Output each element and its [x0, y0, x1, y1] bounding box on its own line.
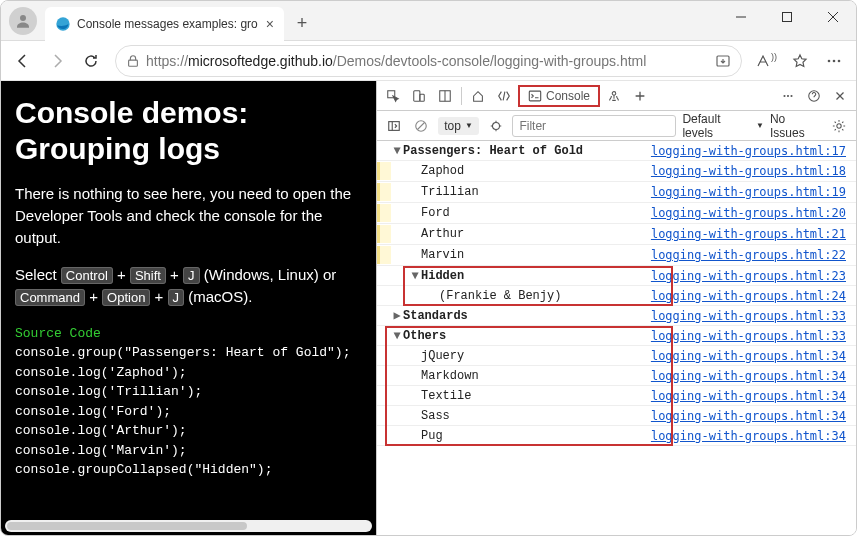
- log-levels-selector[interactable]: Default levels▼: [682, 112, 764, 140]
- console-icon: [528, 89, 542, 103]
- source-link[interactable]: logging-with-groups.html:22: [651, 248, 852, 262]
- source-code-block: Source Code console.group("Passengers: H…: [15, 324, 362, 480]
- console-log-row: Arthurlogging-with-groups.html:21: [377, 224, 856, 245]
- source-link[interactable]: logging-with-groups.html:34: [651, 369, 852, 383]
- source-link[interactable]: logging-with-groups.html:34: [651, 429, 852, 443]
- source-link[interactable]: logging-with-groups.html:33: [651, 329, 852, 343]
- new-tab-button[interactable]: +: [288, 9, 316, 37]
- elements-tab-icon[interactable]: [492, 84, 516, 108]
- filter-input[interactable]: [512, 115, 676, 137]
- source-link[interactable]: logging-with-groups.html:23: [651, 269, 852, 283]
- svg-line-29: [418, 122, 425, 129]
- console-group-header: ▼Otherslogging-with-groups.html:33: [377, 326, 856, 346]
- log-message: Passengers: Heart of Gold: [403, 144, 651, 158]
- log-message: jQuery: [421, 349, 651, 363]
- log-gutter: [377, 204, 391, 222]
- address-bar[interactable]: https://microsoftedge.github.io/Demos/de…: [115, 45, 742, 77]
- svg-point-8: [828, 59, 831, 62]
- toggle-sidebar-button[interactable]: [383, 115, 405, 137]
- log-gutter: [377, 183, 391, 201]
- read-aloud-button[interactable]: )): [750, 45, 782, 77]
- svg-point-20: [783, 94, 785, 96]
- back-button[interactable]: [7, 45, 39, 77]
- group-toggle-icon[interactable]: ▶: [391, 308, 403, 323]
- log-message: Others: [403, 329, 651, 343]
- refresh-button[interactable]: [75, 45, 107, 77]
- devtools-close-button[interactable]: [828, 84, 852, 108]
- group-toggle-icon[interactable]: ▼: [391, 329, 403, 343]
- app-available-icon[interactable]: [715, 53, 731, 69]
- log-gutter: [377, 162, 391, 180]
- page-paragraph-1: There is nothing to see here, you need t…: [15, 183, 362, 248]
- svg-rect-13: [420, 94, 424, 101]
- console-log-row: Marvinlogging-with-groups.html:22: [377, 245, 856, 266]
- profile-button[interactable]: [9, 7, 37, 35]
- tab-close-button[interactable]: ×: [266, 16, 274, 32]
- code-line: console.log('Marvin');: [15, 441, 362, 461]
- svg-rect-6: [129, 60, 138, 66]
- source-link[interactable]: logging-with-groups.html:33: [651, 309, 852, 323]
- maximize-button[interactable]: [764, 1, 810, 33]
- source-link[interactable]: logging-with-groups.html:21: [651, 227, 852, 241]
- kbd-control: Control: [61, 267, 113, 284]
- inspect-icon[interactable]: [381, 84, 405, 108]
- context-selector[interactable]: top▼: [438, 117, 479, 135]
- more-tabs-button[interactable]: [628, 84, 652, 108]
- source-code-label: Source Code: [15, 324, 362, 344]
- log-message: (Frankie & Benjy): [439, 289, 651, 303]
- titlebar: Console messages examples: gro × +: [1, 1, 856, 41]
- kbd-command: Command: [15, 289, 85, 306]
- console-output[interactable]: ▼Passengers: Heart of Goldlogging-with-g…: [377, 141, 856, 535]
- source-link[interactable]: logging-with-groups.html:24: [651, 289, 852, 303]
- source-link[interactable]: logging-with-groups.html:34: [651, 389, 852, 403]
- source-link[interactable]: logging-with-groups.html:19: [651, 185, 852, 199]
- log-message: Ford: [421, 206, 651, 220]
- welcome-tab-icon[interactable]: [466, 84, 490, 108]
- help-icon[interactable]: [802, 84, 826, 108]
- svg-point-10: [838, 59, 841, 62]
- console-log-row: Sasslogging-with-groups.html:34: [377, 406, 856, 426]
- dock-icon[interactable]: [433, 84, 457, 108]
- log-message: Sass: [421, 409, 651, 423]
- console-log-row: Puglogging-with-groups.html:34: [377, 426, 856, 446]
- close-button[interactable]: [810, 1, 856, 33]
- kbd-j: J: [183, 267, 200, 284]
- forward-button[interactable]: [41, 45, 73, 77]
- kbd-j2: J: [168, 289, 185, 306]
- log-message: Textile: [421, 389, 651, 403]
- source-link[interactable]: logging-with-groups.html:34: [651, 409, 852, 423]
- console-log-row: Markdownlogging-with-groups.html:34: [377, 366, 856, 386]
- source-link[interactable]: logging-with-groups.html:17: [651, 144, 852, 158]
- source-link[interactable]: logging-with-groups.html:34: [651, 349, 852, 363]
- minimize-button[interactable]: [718, 1, 764, 33]
- devtools-more-icon[interactable]: [776, 84, 800, 108]
- group-toggle-icon[interactable]: ▼: [391, 144, 403, 158]
- console-tab[interactable]: Console: [518, 85, 600, 107]
- console-group-header: ▼Hiddenlogging-with-groups.html:23: [377, 266, 856, 286]
- scrollbar-thumb[interactable]: [7, 522, 247, 530]
- code-line: console.log('Arthur');: [15, 421, 362, 441]
- kbd-option: Option: [102, 289, 150, 306]
- sources-tab-icon[interactable]: [602, 84, 626, 108]
- edge-icon: [55, 16, 71, 32]
- group-toggle-icon[interactable]: ▼: [409, 269, 421, 283]
- source-link[interactable]: logging-with-groups.html:18: [651, 164, 852, 178]
- no-issues-label[interactable]: No Issues: [770, 112, 822, 140]
- browser-tab[interactable]: Console messages examples: gro ×: [45, 7, 284, 41]
- source-link[interactable]: logging-with-groups.html:20: [651, 206, 852, 220]
- svg-rect-3: [783, 13, 792, 22]
- live-expression-button[interactable]: [485, 115, 507, 137]
- clear-console-button[interactable]: [411, 115, 433, 137]
- log-message: Pug: [421, 429, 651, 443]
- log-gutter: [377, 246, 391, 264]
- svg-rect-12: [414, 90, 420, 101]
- console-settings-button[interactable]: [828, 115, 850, 137]
- code-line: console.group("Passengers: Heart of Gold…: [15, 343, 362, 363]
- favorites-button[interactable]: [784, 45, 816, 77]
- more-button[interactable]: [818, 45, 850, 77]
- horizontal-scrollbar[interactable]: [5, 520, 372, 532]
- devtools-tabs: Console: [377, 81, 856, 111]
- device-icon[interactable]: [407, 84, 431, 108]
- svg-rect-16: [529, 91, 540, 101]
- code-line: console.log('Ford');: [15, 402, 362, 422]
